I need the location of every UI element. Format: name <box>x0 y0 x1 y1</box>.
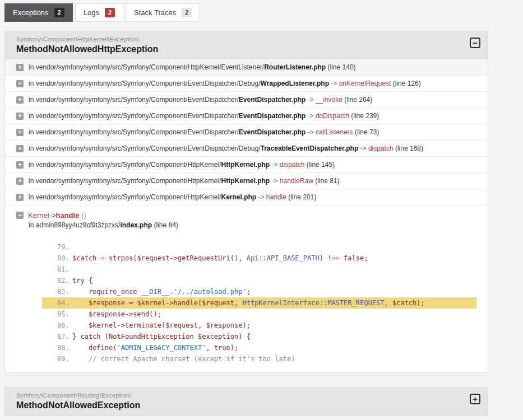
code-text: $catch = strpos($request->getRequestUri(… <box>72 253 368 264</box>
exception-header: Symfony\Component\HttpKernel\Exception\ … <box>5 31 488 59</box>
exception-namespace: Symfony\Component\HttpKernel\Exception\ <box>16 36 460 43</box>
code-line: 79. <box>42 241 476 253</box>
trace-text: in vendor/symfony/symfony/src/Symfony/Co… <box>29 63 356 71</box>
code-line: 86. $kernel->terminate($request, $respon… <box>42 320 476 331</box>
trace-call: Kernel->handle () <box>28 211 86 220</box>
line-number: 81. <box>57 264 72 275</box>
expand-trace-icon[interactable]: + <box>16 113 24 120</box>
tab-label: Exceptions <box>13 8 49 17</box>
line-number: 82. <box>57 275 72 286</box>
code-line: 82. try { <box>42 275 476 286</box>
trace-row[interactable]: + in vendor/symfony/symfony/src/Symfony/… <box>5 173 488 189</box>
tab-exceptions[interactable]: Exceptions 2 <box>4 3 73 22</box>
trace-text: in vendor/symfony/symfony/src/Symfony/Co… <box>29 193 316 201</box>
trace-text: in vendor/symfony/symfony/src/Symfony/Co… <box>29 96 372 104</box>
trace-text: in vendor/symfony/symfony/src/Symfony/Co… <box>29 161 335 169</box>
line-number: 87. <box>57 331 72 342</box>
collapse-trace-icon[interactable]: − <box>16 212 24 219</box>
trace-text: in vendor/symfony/symfony/src/Symfony/Co… <box>29 112 379 120</box>
trace-row[interactable]: + in vendor/symfony/symfony/src/Symfony/… <box>5 76 488 92</box>
trace-text: in vendor/symfony/symfony/src/Symfony/Co… <box>29 128 379 136</box>
expand-trace-icon[interactable]: + <box>16 96 24 104</box>
trace-text: in vendor/symfony/symfony/src/Symfony/Co… <box>29 144 423 152</box>
code-text: $response = $kernel->handle($request, Ht… <box>72 297 425 309</box>
code-line: 81. <box>42 264 476 275</box>
tab-count-badge: 2 <box>54 8 64 17</box>
code-text: } catch (NotFoundHttpException $exceptio… <box>72 331 251 342</box>
collapse-exception-button[interactable]: − <box>470 38 480 48</box>
tab-label: Logs <box>84 8 99 17</box>
line-number: 88. <box>57 342 72 353</box>
code-line: 80. $catch = strpos($request->getRequest… <box>42 253 476 264</box>
exception-header-collapsed: Symfony\Component\Routing\Exception\ Met… <box>5 388 488 416</box>
trace-text: in vendor/symfony/symfony/src/Symfony/Co… <box>29 177 340 185</box>
exception-namespace: Symfony\Component\Routing\Exception\ <box>16 392 460 399</box>
code-text: try { <box>72 275 92 286</box>
line-number: 86. <box>57 320 72 331</box>
exception-group-routing: Symfony\Component\Routing\Exception\ Met… <box>4 387 488 416</box>
code-line: 88. define('ADMIN_LEGACY_CONTEXT', true)… <box>42 342 476 353</box>
tab-count-badge: 2 <box>182 8 192 17</box>
exceptions-page: Exceptions 2 Logs 2 Stack Traces 2 Symfo… <box>0 0 523 416</box>
code-text: $response->send(); <box>72 309 161 320</box>
trace-location: in admin898yy4uz9cf9t3zpzxs/index.php (l… <box>29 221 476 229</box>
code-line: 85. $response->send(); <box>42 309 476 320</box>
expand-trace-icon[interactable]: + <box>16 145 24 152</box>
code-text: define('ADMIN_LEGACY_CONTEXT', true); <box>72 342 238 353</box>
trace-list: + in vendor/symfony/symfony/src/Symfony/… <box>5 59 488 206</box>
expand-trace-icon[interactable]: + <box>16 64 24 71</box>
exception-name: MethodNotAllowedHttpException <box>16 44 460 54</box>
code-line: 83. require_once __DIR__.'/../autoload.p… <box>42 286 476 297</box>
code-excerpt: 79. 80. $catch = strpos($request->getReq… <box>57 241 476 365</box>
trace-row[interactable]: + in vendor/symfony/symfony/src/Symfony/… <box>5 59 488 76</box>
expanded-trace: − Kernel->handle () in admin898yy4uz9cf9… <box>5 206 488 372</box>
expand-trace-icon[interactable]: + <box>16 80 24 87</box>
line-number: 89. <box>57 353 72 365</box>
line-number: 80. <box>57 253 72 264</box>
line-number: 84. <box>57 297 72 309</box>
tab-label: Stack Traces <box>134 8 176 17</box>
expand-trace-icon[interactable]: + <box>16 161 24 169</box>
expanded-trace-header[interactable]: − Kernel->handle () <box>16 211 476 220</box>
code-line: 87. } catch (NotFoundHttpException $exce… <box>42 331 476 342</box>
line-number: 83. <box>57 286 72 297</box>
line-number: 85. <box>57 309 72 320</box>
trace-row[interactable]: + in vendor/symfony/symfony/src/Symfony/… <box>5 108 488 124</box>
exception-name: MethodNotAllowedException <box>16 400 460 410</box>
expand-trace-icon[interactable]: + <box>16 178 24 185</box>
code-text: require_once __DIR__.'/../autoload.php'; <box>72 286 251 297</box>
tab-logs[interactable]: Logs 2 <box>75 3 123 22</box>
trace-row[interactable]: + in vendor/symfony/symfony/src/Symfony/… <box>5 124 488 141</box>
tab-stack-traces[interactable]: Stack Traces 2 <box>126 3 200 22</box>
trace-row[interactable]: + in vendor/symfony/symfony/src/Symfony/… <box>5 92 488 108</box>
tab-count-badge: 2 <box>105 8 115 17</box>
code-line-highlighted: 84. $response = $kernel->handle($request… <box>42 297 476 309</box>
trace-text: in vendor/symfony/symfony/src/Symfony/Co… <box>29 80 421 87</box>
trace-row[interactable]: + in vendor/symfony/symfony/src/Symfony/… <box>5 157 488 173</box>
tab-bar: Exceptions 2 Logs 2 Stack Traces 2 <box>4 3 519 22</box>
exception-group-http-kernel: Symfony\Component\HttpKernel\Exception\ … <box>4 31 488 373</box>
code-text: $kernel->terminate($request, $response); <box>72 320 251 331</box>
trace-row[interactable]: + in vendor/symfony/symfony/src/Symfony/… <box>5 189 488 206</box>
line-number: 79. <box>57 241 72 253</box>
expand-trace-icon[interactable]: + <box>16 129 24 136</box>
code-line: 89. // correct Apache charset (except if… <box>42 353 476 365</box>
expand-trace-icon[interactable]: + <box>16 194 24 201</box>
code-text: // correct Apache charset (except if it'… <box>72 353 295 365</box>
trace-row[interactable]: + in vendor/symfony/symfony/src/Symfony/… <box>5 141 488 157</box>
expand-exception-button[interactable]: + <box>470 394 480 404</box>
